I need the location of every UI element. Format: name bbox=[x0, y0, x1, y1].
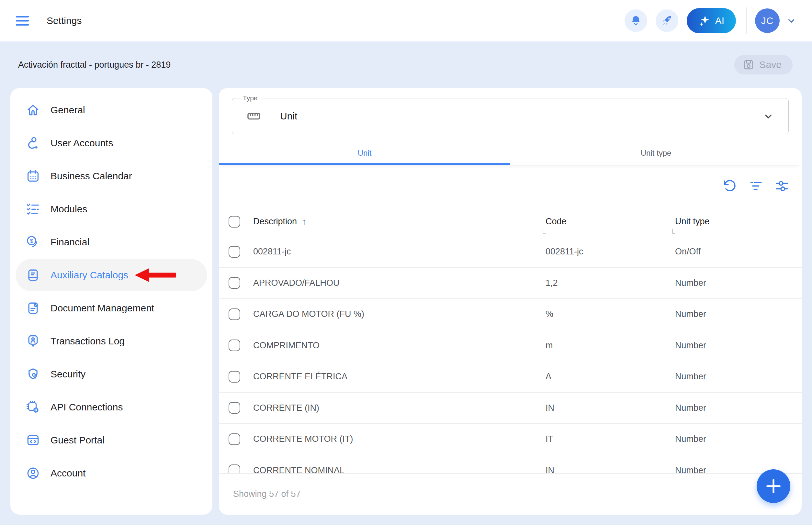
row-checkbox[interactable] bbox=[228, 464, 240, 473]
table-row[interactable]: CARGA DO MOTOR (FU %) % Number bbox=[219, 299, 802, 330]
table-row[interactable]: CORRENTE (IN) IN Number bbox=[219, 393, 802, 424]
sidebar-item-financial[interactable]: $ Financial bbox=[16, 226, 207, 258]
sidebar-item-document-management[interactable]: Document Management bbox=[16, 292, 207, 324]
calendar-icon bbox=[26, 169, 40, 183]
subheader: Activación fracttal - portugues br - 281… bbox=[0, 42, 812, 88]
chevron-down-icon bbox=[785, 15, 797, 27]
sidebar-item-transactions-log[interactable]: Transactions Log bbox=[16, 325, 207, 357]
sidebar-item-label: Financial bbox=[50, 237, 89, 247]
cell-code: IN bbox=[546, 403, 675, 413]
cell-code: m bbox=[546, 341, 675, 350]
select-all-checkbox[interactable] bbox=[228, 216, 240, 227]
row-checkbox[interactable] bbox=[228, 309, 240, 320]
cell-code: IN bbox=[546, 465, 675, 473]
ai-assistant-button[interactable]: AI bbox=[687, 8, 736, 33]
row-checkbox[interactable] bbox=[228, 371, 240, 382]
cell-description: CORRENTE ELÉTRICA bbox=[253, 372, 546, 381]
ai-button-label: AI bbox=[715, 15, 724, 26]
column-header-code[interactable]: Code bbox=[546, 216, 675, 227]
sidebar-item-guest-portal[interactable]: Guest Portal bbox=[16, 424, 207, 456]
table-toolbar bbox=[219, 165, 802, 207]
table-row[interactable]: CORRENTE ELÉTRICA A Number bbox=[219, 361, 802, 393]
checklist-icon bbox=[26, 202, 40, 216]
table-row[interactable]: CORRENTE MOTOR (IT) IT Number bbox=[219, 424, 802, 455]
row-count-status: Showing 57 of 57 bbox=[233, 489, 301, 499]
table-footer: Showing 57 of 57 bbox=[219, 473, 802, 515]
document-icon bbox=[26, 301, 40, 315]
row-checkbox[interactable] bbox=[228, 340, 240, 351]
filter-button[interactable] bbox=[749, 179, 764, 194]
cell-code: 1,2 bbox=[546, 278, 675, 288]
refresh-button[interactable] bbox=[723, 179, 738, 194]
floppy-disk-icon bbox=[743, 59, 754, 71]
browser-code-icon bbox=[26, 433, 40, 447]
cell-description: CORRENTE MOTOR (IT) bbox=[253, 434, 546, 444]
sidebar-item-api-connections[interactable]: API Connections bbox=[16, 391, 207, 423]
home-icon bbox=[26, 103, 40, 117]
sidebar-item-account[interactable]: Account bbox=[16, 457, 207, 490]
tab-unit-type[interactable]: Unit type bbox=[510, 141, 802, 165]
column-header-unit-type[interactable]: Unit type bbox=[675, 216, 802, 227]
user-menu-button[interactable]: JC bbox=[755, 9, 797, 33]
table-body: 002811-jc 002811-jc On/Off APROVADO/FALH… bbox=[219, 236, 802, 473]
column-header-description[interactable]: Description ↑ bbox=[253, 216, 546, 227]
cell-code: A bbox=[546, 372, 675, 381]
avatar: JC bbox=[755, 9, 780, 33]
sidebar-item-user-accounts[interactable]: User Accounts bbox=[16, 127, 207, 159]
column-settings-button[interactable] bbox=[774, 179, 789, 194]
sidebar-item-general[interactable]: General bbox=[16, 94, 207, 126]
settings-sidebar: General User Accounts bbox=[10, 88, 212, 515]
notifications-button[interactable] bbox=[624, 10, 647, 32]
sidebar-item-auxiliary-catalogs[interactable]: Auxiliary Catalogs bbox=[16, 259, 207, 291]
whats-new-button[interactable] bbox=[655, 10, 678, 32]
content-area: General User Accounts bbox=[0, 88, 812, 525]
transactions-badge-icon bbox=[26, 334, 40, 348]
table-row[interactable]: CORRENTE NOMINAL IN Number bbox=[219, 455, 802, 474]
sidebar-item-security[interactable]: Security bbox=[16, 358, 207, 390]
row-checkbox[interactable] bbox=[228, 277, 240, 289]
sparkle-icon bbox=[698, 15, 711, 27]
company-title: Activación fracttal - portugues br - 281… bbox=[18, 60, 171, 70]
row-checkbox[interactable] bbox=[228, 402, 240, 414]
sidebar-item-label: Account bbox=[50, 468, 86, 479]
chip-gear-icon bbox=[26, 400, 40, 414]
sidebar-item-label: Security bbox=[50, 369, 86, 380]
column-resize-handle[interactable] bbox=[672, 229, 675, 234]
app-bar: Settings AI bbox=[0, 0, 812, 42]
save-button[interactable]: Save bbox=[734, 55, 793, 74]
cell-code: % bbox=[546, 309, 675, 319]
refresh-icon bbox=[723, 179, 738, 194]
auxiliary-catalogs-panel: Type Unit Unit Unit type bbox=[219, 88, 802, 515]
active-tab-indicator bbox=[219, 163, 510, 165]
sidebar-item-label: General bbox=[50, 105, 85, 116]
column-header-label: Code bbox=[546, 216, 566, 227]
add-unit-fab[interactable] bbox=[757, 469, 790, 503]
cell-code: 002811-jc bbox=[546, 246, 675, 257]
table-row[interactable]: COMPRIMENTO m Number bbox=[219, 330, 802, 362]
table-row[interactable]: 002811-jc 002811-jc On/Off bbox=[219, 236, 802, 268]
cell-unit-type: Number bbox=[675, 434, 802, 444]
tab-unit[interactable]: Unit bbox=[219, 141, 510, 165]
hamburger-icon bbox=[12, 13, 32, 29]
sidebar-item-label: User Accounts bbox=[50, 138, 113, 149]
row-checkbox[interactable] bbox=[228, 246, 240, 258]
red-arrow-annotation bbox=[135, 267, 176, 284]
page-title: Settings bbox=[47, 15, 82, 26]
cell-code: IT bbox=[546, 434, 675, 444]
row-checkbox[interactable] bbox=[228, 433, 240, 445]
unit-tabs: Unit Unit type bbox=[219, 141, 802, 165]
type-select[interactable]: Type Unit bbox=[232, 98, 789, 134]
menu-button[interactable] bbox=[12, 12, 32, 30]
cell-description: APROVADO/FALHOU bbox=[253, 278, 546, 288]
svg-text:$: $ bbox=[30, 238, 33, 244]
table-row[interactable]: APROVADO/FALHOU 1,2 Number bbox=[219, 268, 802, 299]
sidebar-item-business-calendar[interactable]: Business Calendar bbox=[16, 160, 207, 192]
cell-unit-type: On/Off bbox=[675, 246, 802, 257]
cell-description: CARGA DO MOTOR (FU %) bbox=[253, 309, 546, 319]
sidebar-item-modules[interactable]: Modules bbox=[16, 193, 207, 225]
cell-unit-type: Number bbox=[675, 403, 802, 413]
type-select-label: Type bbox=[240, 94, 261, 102]
column-resize-handle[interactable] bbox=[543, 229, 546, 234]
filter-icon bbox=[749, 179, 764, 194]
sidebar-item-label: Modules bbox=[50, 204, 87, 214]
